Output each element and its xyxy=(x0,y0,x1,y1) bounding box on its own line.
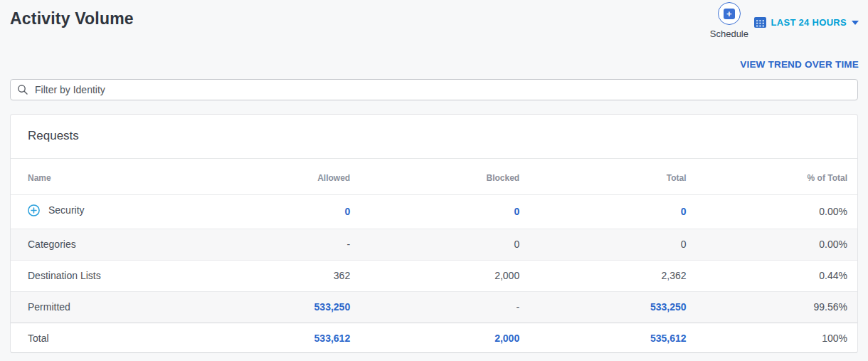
column-header-pct-of-total: % of Total xyxy=(687,159,857,195)
allowed-value: - xyxy=(223,229,351,261)
view-trend-link[interactable]: VIEW TREND OVER TIME xyxy=(740,59,859,70)
pct-of-total-value: 99.56% xyxy=(687,292,857,323)
time-range-label: LAST 24 HOURS xyxy=(771,17,847,28)
requests-card-title: Requests xyxy=(28,129,840,143)
table-header-row: Name Allowed Blocked Total % of Total xyxy=(11,159,857,195)
blocked-value-link[interactable]: 0 xyxy=(514,206,519,217)
row-name: Categories xyxy=(11,229,223,261)
column-header-allowed: Allowed xyxy=(223,159,351,195)
filter-by-identity-input[interactable] xyxy=(10,79,858,100)
blocked-value: - xyxy=(350,292,519,323)
activity-volume-page: Activity Volume + Schedule LAST 24 HOURS… xyxy=(0,0,868,361)
row-name: Security xyxy=(48,204,85,216)
total-value: 0 xyxy=(519,229,686,261)
requests-table: Name Allowed Blocked Total % of Total xyxy=(11,159,857,354)
allowed-value-link[interactable]: 533,250 xyxy=(314,301,351,313)
requests-card: Requests Name Allowed Blocked Total % of… xyxy=(10,114,858,353)
search-icon xyxy=(17,84,28,95)
identity-filter xyxy=(10,79,858,100)
time-range-dropdown[interactable]: LAST 24 HOURS xyxy=(754,16,859,28)
row-name: Permitted xyxy=(11,292,223,323)
requests-card-header: Requests xyxy=(11,115,857,159)
blocked-value: 0 xyxy=(350,229,519,261)
table-row-total: Total 533,612 2,000 535,612 100% xyxy=(11,323,857,355)
caret-down-icon xyxy=(852,21,859,25)
calendar-icon xyxy=(754,16,766,28)
expand-plus-circle-icon[interactable] xyxy=(28,204,40,216)
pct-of-total-value: 0.00% xyxy=(687,229,857,261)
row-name: Total xyxy=(11,323,223,355)
column-header-total: Total xyxy=(519,159,686,195)
blocked-value-link[interactable]: 2,000 xyxy=(494,333,519,344)
pct-of-total-value: 0.44% xyxy=(687,261,857,292)
pct-of-total-value: 0.00% xyxy=(687,195,857,229)
blocked-value: 2,000 xyxy=(350,261,519,292)
schedule-button[interactable]: + Schedule xyxy=(710,2,748,39)
row-name: Destination Lists xyxy=(11,261,223,292)
table-row-categories: Categories - 0 0 0.00% xyxy=(11,229,857,261)
column-header-blocked: Blocked xyxy=(350,159,519,195)
table-row-destination-lists: Destination Lists 362 2,000 2,362 0.44% xyxy=(11,261,857,292)
schedule-button-label: Schedule xyxy=(710,28,748,39)
table-row-permitted: Permitted 533,250 - 533,250 99.56% xyxy=(11,292,857,323)
allowed-value-link[interactable]: 533,612 xyxy=(314,333,351,344)
column-header-name: Name xyxy=(11,159,223,195)
total-value: 2,362 xyxy=(519,261,686,292)
plus-icon: + xyxy=(724,9,735,19)
pct-of-total-value: 100% xyxy=(687,323,857,355)
total-value-link[interactable]: 533,250 xyxy=(650,301,687,313)
table-row-security: Security 0 0 0 0.00% xyxy=(11,195,857,229)
schedule-plus-circle-icon: + xyxy=(718,2,741,25)
allowed-value-link[interactable]: 0 xyxy=(344,206,350,217)
allowed-value: 362 xyxy=(223,261,351,292)
total-value-link[interactable]: 0 xyxy=(681,206,687,217)
page-title: Activity Volume xyxy=(10,9,134,28)
total-value-link[interactable]: 535,612 xyxy=(650,333,687,344)
